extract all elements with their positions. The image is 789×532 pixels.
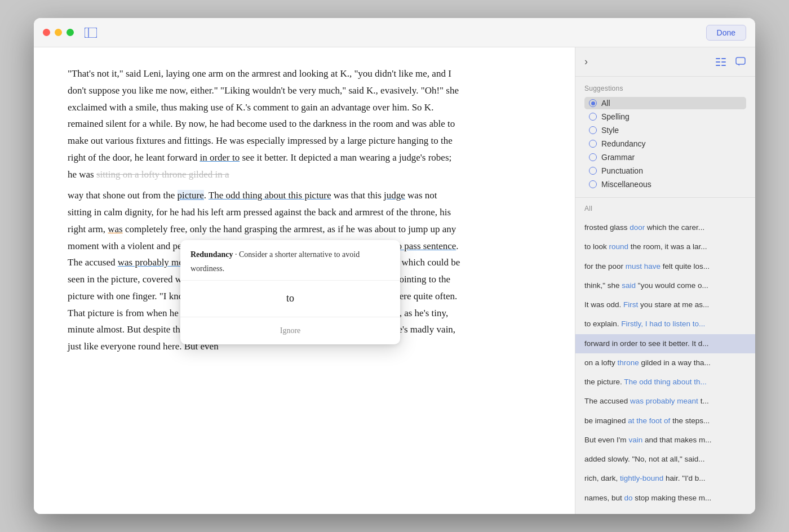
done-button[interactable]: Done	[706, 25, 746, 41]
radio-item-spelling[interactable]: Spelling	[584, 110, 746, 123]
highlight-picture: picture	[178, 190, 204, 201]
svg-rect-8	[736, 57, 745, 64]
traffic-lights	[43, 29, 74, 36]
svg-rect-0	[85, 28, 97, 38]
suggestion-item-1[interactable]: to look round the room, it was a lar...	[575, 237, 755, 256]
link-till: till	[619, 513, 626, 514]
suggestion-item-8[interactable]: the picture. The odd thing about th...	[575, 373, 755, 392]
maximize-button[interactable]	[67, 29, 74, 36]
suggestion-item-4[interactable]: It was odd. First you stare at me as...	[575, 295, 755, 314]
radio-item-punctuation[interactable]: Punctuation	[584, 165, 746, 177]
link-at-foot: at the foot of	[628, 416, 670, 425]
link-firstly: Firstly, I had to listen to...	[621, 320, 705, 328]
radio-circle-style	[589, 126, 597, 134]
suggestion-item-5[interactable]: to explain. Firstly, I had to listen to.…	[575, 314, 755, 334]
radio-circle-all	[589, 99, 597, 107]
radio-item-all[interactable]: All	[584, 97, 746, 109]
link-tightly-bound: tightly-bound	[620, 474, 663, 482]
radio-circle-redundancy	[589, 140, 597, 148]
suggestion-item-3[interactable]: think," she said "you would come o...	[575, 276, 755, 295]
radio-label-grammar: Grammar	[601, 153, 635, 162]
sidebar-header: ›	[575, 47, 755, 77]
suggestion-item-2[interactable]: for the poor must have felt quite los...	[575, 257, 755, 276]
link-odd-thing: The odd thing about th...	[624, 378, 706, 386]
suggestion-item-6[interactable]: forward in order to see it better. It d.…	[575, 334, 755, 353]
link-vain: vain	[628, 436, 642, 444]
suggestion-item-12[interactable]: added slowly. "No, not at all," said...	[575, 450, 755, 469]
suggestion-item-10[interactable]: be imagined at the foot of the steps...	[575, 411, 755, 431]
svg-rect-2	[716, 58, 720, 59]
tooltip-type: Redundancy	[190, 250, 233, 259]
radio-item-redundancy[interactable]: Redundancy	[584, 138, 746, 150]
suggestion-item-9[interactable]: The accused was probably meant t...	[575, 392, 755, 411]
svg-rect-6	[716, 65, 720, 66]
svg-rect-5	[721, 61, 726, 63]
suggestion-item-7[interactable]: on a lofty throne gilded in a way tha...	[575, 353, 755, 373]
main-window: Done "That's not it," said Leni, laying …	[34, 18, 755, 514]
radio-label-miscellaneous: Miscellaneous	[601, 180, 651, 189]
all-section: All	[575, 200, 755, 218]
minimize-button[interactable]	[55, 29, 62, 36]
radio-label-redundancy: Redundancy	[601, 139, 646, 148]
link-throne: throne	[618, 358, 639, 367]
svg-rect-3	[721, 58, 726, 59]
link-do: do	[624, 494, 633, 502]
sidebar-toggle-button[interactable]	[83, 26, 99, 39]
radio-circle-grammar	[589, 153, 597, 161]
radio-item-style[interactable]: Style	[584, 124, 746, 136]
link-said: said	[622, 281, 636, 290]
underline-phrase-inorderto: in order to	[200, 152, 240, 163]
sidebar-panel: ›	[575, 47, 755, 514]
chevron-right-button[interactable]: ›	[584, 56, 588, 68]
link-must-have: must have	[626, 262, 661, 271]
sidebar-nav: ›	[584, 56, 588, 68]
radio-label-style: Style	[601, 126, 619, 135]
divider	[575, 197, 755, 198]
svg-rect-7	[721, 65, 726, 66]
suggestions-title: Suggestions	[584, 85, 746, 92]
radio-item-miscellaneous[interactable]: Miscellaneous	[584, 178, 746, 190]
link-was-probably: was probably meant	[630, 397, 698, 405]
tooltip-popup: Redundancy · Consider a shorter alternat…	[180, 240, 400, 344]
radio-item-grammar[interactable]: Grammar	[584, 151, 746, 163]
radio-label-spelling: Spelling	[601, 112, 630, 121]
suggestion-item-13[interactable]: rich, dark, tightly-bound hair. "I'd b..…	[575, 469, 755, 488]
svg-rect-4	[716, 61, 720, 63]
tooltip-separator: ·	[235, 250, 239, 259]
titlebar: Done	[34, 18, 755, 47]
link-judge: udge	[387, 190, 405, 201]
editor-panel: "That's not it," said Leni, laying one a…	[34, 47, 575, 514]
tooltip-ignore-button[interactable]: Ignore	[180, 317, 400, 345]
editor-text: "That's not it," said Leni, laying one a…	[68, 65, 462, 355]
link-door: door	[630, 223, 645, 232]
suggestion-item-11[interactable]: But even I'm vain and that makes m...	[575, 431, 755, 450]
tooltip-suggestion-word[interactable]: to	[180, 280, 400, 317]
all-label: All	[584, 205, 746, 212]
sidebar-icon-group	[716, 56, 746, 68]
link-round: round	[609, 242, 629, 251]
comment-icon[interactable]	[735, 56, 746, 68]
main-content: "That's not it," said Leni, laying one a…	[34, 47, 755, 514]
suggestion-items-list: frosted glass door which the carer... to…	[575, 218, 755, 514]
list-icon[interactable]	[716, 56, 727, 68]
radio-label-all: All	[601, 99, 610, 108]
link-was: was	[108, 224, 122, 234]
radio-list: All Spelling Style Redundancy	[584, 97, 746, 190]
suggestion-item-0[interactable]: frosted glass door which the carer...	[575, 218, 755, 237]
text-paragraph: "That's not it," said Leni, laying one a…	[68, 65, 462, 183]
tooltip-header: Redundancy · Consider a shorter alternat…	[180, 240, 400, 280]
radio-circle-spelling	[589, 113, 597, 121]
suggestion-item-15[interactable]: away, not till then. Only, without hel..…	[575, 508, 755, 514]
radio-circle-miscellaneous	[589, 180, 597, 188]
radio-label-punctuation: Punctuation	[601, 166, 643, 175]
radio-circle-punctuation	[589, 167, 597, 175]
suggestion-item-14[interactable]: names, but do stop making these m...	[575, 489, 755, 508]
close-button[interactable]	[43, 29, 50, 36]
suggestions-section: Suggestions All Spelling Style	[575, 77, 755, 195]
link-first: First	[623, 300, 638, 309]
link-odd-thing: The odd thing about this picture	[209, 190, 331, 201]
